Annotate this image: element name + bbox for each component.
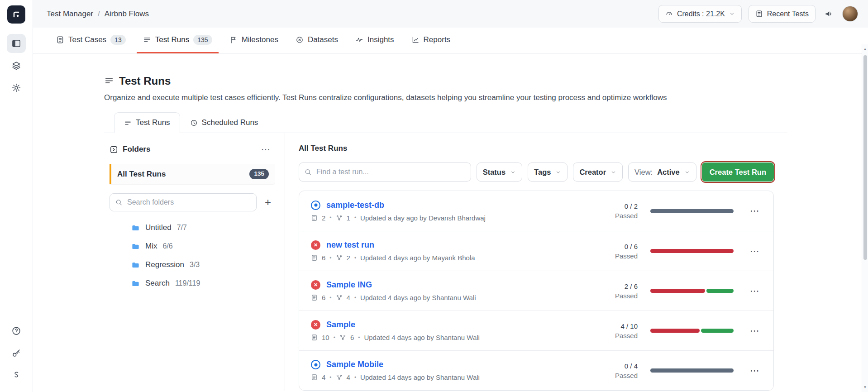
tab-test-runs[interactable]: Test Runs 135 <box>137 28 219 53</box>
test-count-icon <box>311 374 318 381</box>
run-search-input[interactable] <box>299 163 471 182</box>
all-test-runs-folder[interactable]: All Test Runs 135 <box>110 164 275 184</box>
page-title: Test Runs <box>104 75 787 87</box>
app-logo[interactable] <box>7 5 25 24</box>
run-right: 0 / 6 Passed ⋯ <box>609 243 763 260</box>
insights-icon <box>355 36 363 44</box>
test-runs-icon <box>104 76 114 86</box>
credits-button[interactable]: Credits : 21.2K <box>658 5 742 23</box>
row-menu-button[interactable]: ⋯ <box>746 284 763 298</box>
tab-insights[interactable]: Insights <box>349 28 401 53</box>
row-menu-button[interactable]: ⋯ <box>746 363 763 378</box>
tab-reports[interactable]: Reports <box>405 28 457 53</box>
sidebar-integrations-button[interactable] <box>7 366 26 385</box>
folder-item[interactable]: Untitled 7/7 <box>131 223 275 232</box>
row-menu-button[interactable]: ⋯ <box>746 204 763 218</box>
subtab-scheduled-runs[interactable]: Scheduled Runs <box>180 112 268 133</box>
filter-label: Tags <box>534 168 551 177</box>
run-meta: 10 • 6 • Updated 4 days ago by Shantanu … <box>311 334 480 341</box>
tags-filter-dropdown[interactable]: Tags <box>528 163 568 182</box>
body-grid: Folders ⋯ All Test Runs 135 + <box>104 133 787 391</box>
user-avatar[interactable] <box>842 6 858 22</box>
passed-block: 0 / 4 Passed <box>609 362 638 379</box>
chevron-down-icon <box>729 11 735 17</box>
folders-pane: Folders ⋯ All Test Runs 135 + <box>104 133 285 391</box>
subtabs: Test Runs Scheduled Runs <box>104 112 787 133</box>
dot-separator: • <box>354 374 356 381</box>
folder-item[interactable]: Regression 3/3 <box>131 260 275 269</box>
row-menu-button[interactable]: ⋯ <box>746 324 763 338</box>
run-main: sample-test-db 2 • 1 • Updated a day a <box>311 201 486 222</box>
sidebar-stack-button[interactable] <box>7 56 26 75</box>
recent-tests-button[interactable]: Recent Tests <box>749 5 816 23</box>
stack-icon <box>11 61 21 71</box>
folder-search-input[interactable] <box>110 193 257 211</box>
sidebar-key-button[interactable] <box>7 344 26 363</box>
view-filter-dropdown[interactable]: View: Active <box>628 163 696 182</box>
passed-block: 0 / 6 Passed <box>609 243 638 260</box>
configurations-icon <box>336 374 343 381</box>
test-count-icon <box>311 254 318 261</box>
tab-datasets[interactable]: Datasets <box>289 28 344 53</box>
configurations-icon <box>339 334 346 341</box>
run-name-link[interactable]: new test run <box>326 240 374 250</box>
updated-text: Updated 14 days ago by Shantanu Wali <box>360 373 480 381</box>
vertical-scrollbar[interactable]: ▲ ▼ <box>862 44 868 392</box>
sidebar-panel-button[interactable] <box>7 34 26 53</box>
credits-label: Credits : 21.2K <box>677 10 725 18</box>
run-meta: 6 • 2 • Updated 4 days ago by Mayank Bho… <box>311 254 475 262</box>
configuration-count: 1 <box>347 214 350 222</box>
folder-icon <box>131 224 140 232</box>
scroll-down-arrow[interactable]: ▼ <box>862 385 868 389</box>
page-description: Organize and execute multiple test cases… <box>104 93 787 102</box>
announcements-button[interactable] <box>822 7 835 20</box>
row-menu-button[interactable]: ⋯ <box>746 244 763 258</box>
sidebar-settings-button[interactable] <box>7 78 26 97</box>
status-filter-dropdown[interactable]: Status <box>477 163 522 182</box>
scrollbar-thumb[interactable] <box>863 55 867 260</box>
scroll-up-arrow[interactable]: ▲ <box>862 47 868 51</box>
search-icon <box>115 199 123 206</box>
folder-icon <box>131 242 140 251</box>
add-folder-button[interactable]: + <box>261 195 275 210</box>
updated-text: Updated 4 days ago by Shantanu Wali <box>364 334 479 341</box>
run-right: 0 / 4 Passed ⋯ <box>609 362 763 379</box>
breadcrumb-root[interactable]: Test Manager <box>47 10 93 19</box>
run-name-link[interactable]: Sample Mobile <box>326 360 383 369</box>
search-icon <box>304 168 312 176</box>
folders-menu-button[interactable]: ⋯ <box>258 143 275 156</box>
dot-separator: • <box>354 295 356 301</box>
creator-filter-dropdown[interactable]: Creator <box>573 163 623 182</box>
run-name-link[interactable]: sample-test-db <box>326 201 384 210</box>
runs-controls: Status Tags Creator View: <box>299 163 774 182</box>
subtab-test-runs[interactable]: Test Runs <box>114 112 180 133</box>
test-runs-icon <box>143 36 151 44</box>
test-count-icon <box>311 294 318 301</box>
dot-separator: • <box>329 215 331 221</box>
passed-count: 0 / 4 <box>625 362 638 370</box>
create-test-run-button[interactable]: Create Test Run <box>702 163 774 182</box>
project-tabbar: Test Cases 13 Test Runs 135 Milestones D… <box>33 28 868 54</box>
app-root: Test Manager / Airbnb Flows Credits : 21… <box>0 0 868 392</box>
sidebar-help-button[interactable] <box>7 321 26 340</box>
main-column: Test Manager / Airbnb Flows Credits : 21… <box>33 0 868 392</box>
breadcrumb-current[interactable]: Airbnb Flows <box>105 10 149 19</box>
chevron-down-icon <box>610 169 616 175</box>
folder-item[interactable]: Search 119/119 <box>131 279 275 288</box>
test-run-row: sample-test-db 2 • 1 • Updated a day a <box>299 191 773 231</box>
passed-count: 0 / 6 <box>625 243 638 250</box>
passed-block: 4 / 10 Passed <box>609 322 638 339</box>
run-status-icon <box>311 280 320 290</box>
tab-label: Datasets <box>308 35 338 44</box>
folder-list: Untitled 7/7 Mix 6/6 Regression 3/3 <box>110 223 275 288</box>
run-right: 2 / 6 Passed ⋯ <box>609 282 763 300</box>
progress-bar <box>650 329 734 333</box>
tab-milestones[interactable]: Milestones <box>223 28 285 53</box>
run-name-link[interactable]: Sample ING <box>326 280 372 290</box>
tab-test-cases[interactable]: Test Cases 13 <box>50 28 132 53</box>
filter-label: Status <box>483 168 506 177</box>
folder-item[interactable]: Mix 6/6 <box>131 242 275 251</box>
run-name-link[interactable]: Sample <box>326 320 355 330</box>
passed-label: Passed <box>615 332 638 339</box>
configuration-count: 4 <box>347 373 350 381</box>
